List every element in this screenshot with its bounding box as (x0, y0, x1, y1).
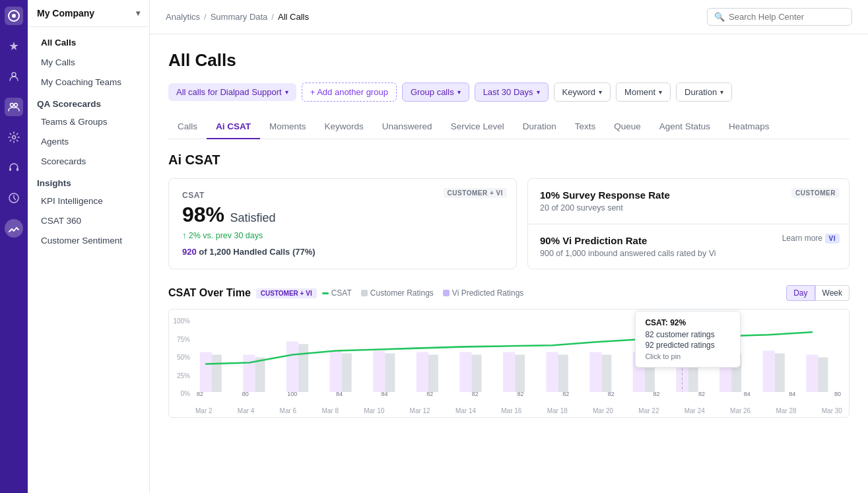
group-filter-label: All calls for Dialpad Support (176, 87, 282, 97)
legend-customer-dot (361, 290, 368, 296)
svg-rect-23 (806, 354, 818, 391)
csat-handled-pct: (77%) (292, 247, 316, 257)
sidebar-item-my-coaching-teams[interactable]: My Coaching Teams (32, 73, 145, 92)
svg-rect-13 (373, 350, 385, 392)
prediction-rate-card: Learn more VI 90% Vi Prediction Rate 900… (528, 224, 849, 269)
tab-texts[interactable]: Texts (566, 115, 605, 139)
csat-percentage: 98% (182, 203, 224, 226)
sidebar-item-teams-groups[interactable]: Teams & Groups (32, 112, 145, 131)
date-range-button[interactable]: Last 30 Days ▾ (475, 82, 549, 102)
csat-handled-count: 920 (182, 247, 197, 257)
y-label-25: 25% (169, 372, 193, 379)
duration-button[interactable]: Duration ▾ (676, 82, 732, 102)
x-label-mar6: Mar 6 (280, 407, 297, 414)
page-title: All Calls (168, 50, 850, 71)
team-icon[interactable] (5, 98, 23, 116)
survey-badge: CUSTOMER (791, 188, 840, 198)
chart-week-button[interactable]: Week (815, 285, 850, 301)
svg-rect-27 (342, 353, 352, 391)
legend-vi-label: Vi Predicted Ratings (452, 288, 524, 298)
group-calls-label: Group calls (411, 87, 454, 97)
svg-rect-16 (503, 352, 515, 392)
logo-icon[interactable] (5, 7, 23, 25)
sidebar-item-agents[interactable]: Agents (32, 132, 145, 151)
group-calls-button[interactable]: Group calls ▾ (402, 82, 469, 102)
tab-queue[interactable]: Queue (605, 115, 650, 139)
tooltip-pin[interactable]: Click to pin (645, 352, 731, 360)
x-label-mar8: Mar 8 (321, 407, 339, 414)
tab-keywords[interactable]: Keywords (316, 115, 373, 139)
chart-title-row: CSAT Over Time CUSTOMER + VI CSAT Custom… (168, 287, 523, 299)
breadcrumb-summary-data[interactable]: Summary Data (211, 12, 268, 22)
chart-badge: CUSTOMER + VI (256, 288, 317, 298)
y-labels: 100% 75% 50% 25% 0% (169, 317, 193, 397)
moment-button[interactable]: Moment ▾ (616, 82, 671, 102)
tab-ai-csat[interactable]: Ai CSAT (207, 115, 260, 139)
tab-service-level[interactable]: Service Level (442, 115, 514, 139)
headset-icon[interactable] (5, 158, 23, 177)
add-group-button[interactable]: + Add another group (302, 82, 397, 102)
analytics-icon[interactable] (5, 219, 23, 238)
svg-rect-30 (472, 354, 482, 391)
svg-rect-31 (515, 354, 525, 391)
person-icon[interactable] (5, 67, 23, 86)
tooltip-title: CSAT: 92% (645, 318, 731, 327)
chart-day-button[interactable]: Day (786, 285, 815, 301)
svg-rect-9 (200, 352, 212, 392)
chart-legend: CSAT Customer Ratings Vi Predicted Ratin… (322, 288, 524, 298)
search-box[interactable]: 🔍 (707, 8, 852, 26)
svg-rect-18 (589, 352, 601, 392)
main-content: Analytics / Summary Data / All Calls 🔍 A… (150, 0, 868, 493)
x-labels: Mar 2 Mar 4 Mar 6 Mar 8 Mar 10 Mar 12 Ma… (195, 407, 842, 414)
bar-labels: 82 80 100 84 84 82 82 82 82 82 82 82 84 … (195, 391, 842, 397)
chart-title: CSAT Over Time (168, 287, 251, 299)
x-label-mar30: Mar 30 (822, 407, 842, 414)
tab-unanswered[interactable]: Unanswered (373, 115, 442, 139)
sidebar-item-kpi-intelligence[interactable]: KPI Intelligence (32, 191, 145, 211)
clock-icon[interactable] (5, 189, 23, 207)
group-filter-button[interactable]: All calls for Dialpad Support ▾ (168, 83, 296, 101)
settings-icon[interactable] (5, 128, 23, 147)
svg-rect-25 (255, 358, 265, 392)
tab-calls[interactable]: Calls (168, 115, 207, 139)
duration-chevron: ▾ (720, 88, 723, 96)
sidebar-item-scorecards[interactable]: Scorecards (32, 152, 145, 171)
tab-heatmaps[interactable]: Heatmaps (719, 115, 779, 139)
tooltip-customer-ratings: 82 customer ratings (645, 330, 731, 339)
search-input[interactable] (729, 12, 845, 22)
legend-csat-label: CSAT (331, 288, 352, 298)
svg-point-2 (12, 73, 16, 77)
chart-tooltip: CSAT: 92% 82 customer ratings 92 predict… (635, 311, 741, 368)
sidebar-section-qa-scorecards[interactable]: QA Scorecards (28, 92, 149, 112)
learn-more-link[interactable]: Learn more (782, 234, 822, 243)
date-range-label: Last 30 Days (483, 87, 533, 97)
main-csat-card: CUSTOMER + VI CSAT 98% Satisfied ↑ 2% vs… (168, 178, 517, 269)
date-range-chevron: ▾ (537, 88, 540, 96)
filter-bar: All calls for Dialpad Support ▾ + Add an… (168, 82, 850, 102)
sidebar-section-insights[interactable]: Insights (28, 172, 149, 191)
content-area: All Calls All calls for Dialpad Support … (150, 34, 868, 493)
x-label-mar4: Mar 4 (238, 407, 255, 414)
x-label-mar2: Mar 2 (195, 407, 213, 414)
x-label-mar26: Mar 26 (730, 407, 751, 414)
company-selector[interactable]: My Company ▾ (28, 0, 149, 27)
chart-inner: 82 80 100 84 84 82 82 82 82 82 82 82 84 … (195, 317, 842, 397)
sparkle-icon[interactable] (5, 37, 23, 55)
sidebar-item-csat-360[interactable]: CSAT 360 (32, 211, 145, 230)
tab-moments[interactable]: Moments (260, 115, 316, 139)
breadcrumb-analytics[interactable]: Analytics (166, 12, 200, 22)
svg-point-3 (11, 104, 14, 107)
chart-section: CSAT Over Time CUSTOMER + VI CSAT Custom… (168, 285, 850, 418)
sidebar-item-my-calls[interactable]: My Calls (32, 53, 145, 72)
svg-rect-7 (17, 168, 18, 171)
svg-rect-33 (601, 354, 611, 391)
svg-point-4 (15, 104, 18, 107)
topbar: Analytics / Summary Data / All Calls 🔍 (150, 0, 868, 34)
tab-agent-status[interactable]: Agent Status (650, 115, 719, 139)
breadcrumb-sep-1: / (204, 12, 207, 22)
sidebar-item-all-calls[interactable]: All Calls (32, 33, 145, 52)
moment-chevron: ▾ (659, 88, 662, 96)
keyword-button[interactable]: Keyword ▾ (554, 82, 611, 102)
sidebar-item-customer-sentiment[interactable]: Customer Sentiment (32, 231, 145, 250)
tab-duration[interactable]: Duration (514, 115, 566, 139)
